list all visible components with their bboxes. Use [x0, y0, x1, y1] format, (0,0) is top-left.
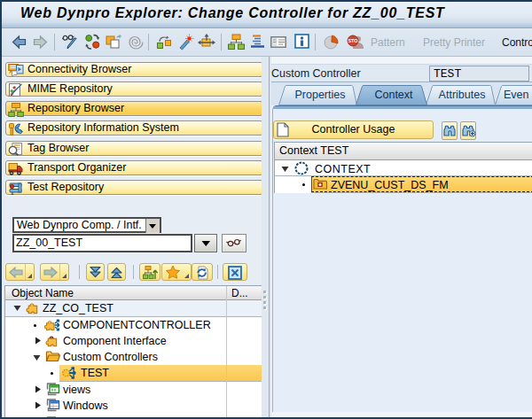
- svg-text:STO: STO: [348, 38, 358, 43]
- svg-text:Properties: Properties: [295, 89, 346, 101]
- svg-text:Attributes: Attributes: [439, 89, 486, 101]
- svg-text:Context: Context: [374, 89, 413, 101]
- svg-text:Even: Even: [504, 89, 529, 101]
